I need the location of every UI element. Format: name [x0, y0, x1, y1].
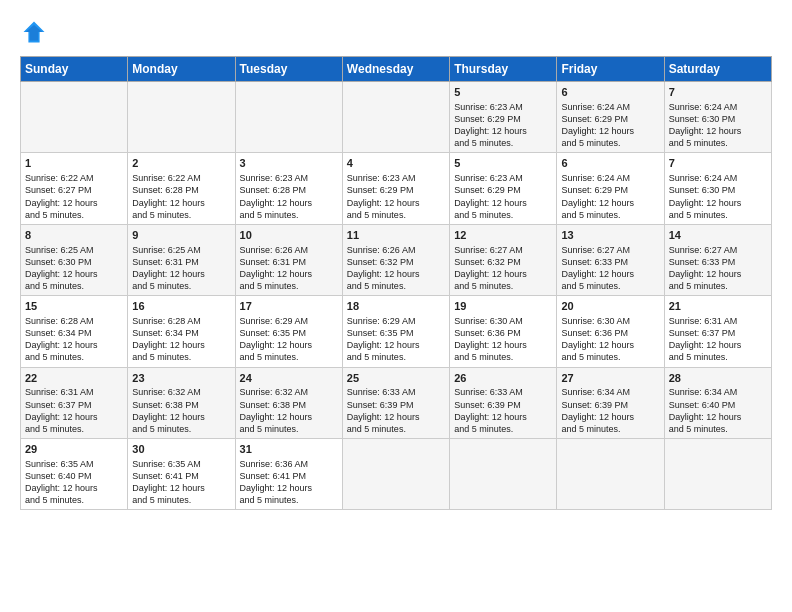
sunset-text: Sunset: 6:35 PM [347, 328, 414, 338]
sunrise-text: Sunrise: 6:23 AM [454, 173, 523, 183]
sunset-text: Sunset: 6:35 PM [240, 328, 307, 338]
sunset-text: Sunset: 6:32 PM [454, 257, 521, 267]
daylight-text: Daylight: 12 hoursand 5 minutes. [25, 412, 98, 434]
calendar-cell: 15Sunrise: 6:28 AMSunset: 6:34 PMDayligh… [21, 296, 128, 367]
daylight-text: Daylight: 12 hoursand 5 minutes. [669, 198, 742, 220]
sunset-text: Sunset: 6:30 PM [669, 114, 736, 124]
daylight-text: Daylight: 12 hoursand 5 minutes. [454, 126, 527, 148]
sunset-text: Sunset: 6:39 PM [454, 400, 521, 410]
sunrise-text: Sunrise: 6:30 AM [561, 316, 630, 326]
sunset-text: Sunset: 6:38 PM [132, 400, 199, 410]
sunrise-text: Sunrise: 6:35 AM [132, 459, 201, 469]
day-number: 5 [454, 85, 552, 100]
day-number: 21 [669, 299, 767, 314]
sunrise-text: Sunrise: 6:23 AM [454, 102, 523, 112]
calendar-cell: 22Sunrise: 6:31 AMSunset: 6:37 PMDayligh… [21, 367, 128, 438]
calendar-cell [342, 82, 449, 153]
sunset-text: Sunset: 6:29 PM [454, 185, 521, 195]
daylight-text: Daylight: 12 hoursand 5 minutes. [347, 198, 420, 220]
page: SundayMondayTuesdayWednesdayThursdayFrid… [0, 0, 792, 612]
calendar-cell [128, 82, 235, 153]
daylight-text: Daylight: 12 hoursand 5 minutes. [240, 483, 313, 505]
sunrise-text: Sunrise: 6:24 AM [669, 102, 738, 112]
header-cell-sunday: Sunday [21, 57, 128, 82]
sunrise-text: Sunrise: 6:32 AM [240, 387, 309, 397]
week-row-2: 8Sunrise: 6:25 AMSunset: 6:30 PMDaylight… [21, 224, 772, 295]
sunrise-text: Sunrise: 6:25 AM [25, 245, 94, 255]
sunrise-text: Sunrise: 6:22 AM [132, 173, 201, 183]
calendar-cell: 10Sunrise: 6:26 AMSunset: 6:31 PMDayligh… [235, 224, 342, 295]
daylight-text: Daylight: 12 hoursand 5 minutes. [561, 412, 634, 434]
sunset-text: Sunset: 6:30 PM [25, 257, 92, 267]
sunrise-text: Sunrise: 6:27 AM [454, 245, 523, 255]
day-number: 3 [240, 156, 338, 171]
sunset-text: Sunset: 6:29 PM [561, 114, 628, 124]
sunset-text: Sunset: 6:39 PM [561, 400, 628, 410]
daylight-text: Daylight: 12 hoursand 5 minutes. [132, 269, 205, 291]
calendar-cell [21, 82, 128, 153]
calendar-cell: 25Sunrise: 6:33 AMSunset: 6:39 PMDayligh… [342, 367, 449, 438]
daylight-text: Daylight: 12 hoursand 5 minutes. [454, 412, 527, 434]
daylight-text: Daylight: 12 hoursand 5 minutes. [561, 198, 634, 220]
week-row-5: 29Sunrise: 6:35 AMSunset: 6:40 PMDayligh… [21, 439, 772, 510]
daylight-text: Daylight: 12 hoursand 5 minutes. [669, 340, 742, 362]
calendar-cell: 29Sunrise: 6:35 AMSunset: 6:40 PMDayligh… [21, 439, 128, 510]
day-number: 31 [240, 442, 338, 457]
day-number: 1 [25, 156, 123, 171]
calendar-cell: 18Sunrise: 6:29 AMSunset: 6:35 PMDayligh… [342, 296, 449, 367]
calendar-cell [664, 439, 771, 510]
day-number: 16 [132, 299, 230, 314]
sunset-text: Sunset: 6:36 PM [561, 328, 628, 338]
header-cell-wednesday: Wednesday [342, 57, 449, 82]
calendar-cell: 2Sunrise: 6:22 AMSunset: 6:28 PMDaylight… [128, 153, 235, 224]
sunrise-text: Sunrise: 6:23 AM [240, 173, 309, 183]
week-row-3: 15Sunrise: 6:28 AMSunset: 6:34 PMDayligh… [21, 296, 772, 367]
logo [20, 18, 52, 46]
day-number: 6 [561, 156, 659, 171]
day-number: 7 [669, 156, 767, 171]
calendar-cell: 7Sunrise: 6:24 AMSunset: 6:30 PMDaylight… [664, 153, 771, 224]
sunset-text: Sunset: 6:31 PM [132, 257, 199, 267]
day-number: 20 [561, 299, 659, 314]
daylight-text: Daylight: 12 hoursand 5 minutes. [561, 126, 634, 148]
day-number: 17 [240, 299, 338, 314]
sunrise-text: Sunrise: 6:33 AM [454, 387, 523, 397]
sunset-text: Sunset: 6:41 PM [240, 471, 307, 481]
sunset-text: Sunset: 6:28 PM [240, 185, 307, 195]
sunrise-text: Sunrise: 6:22 AM [25, 173, 94, 183]
calendar-cell: 21Sunrise: 6:31 AMSunset: 6:37 PMDayligh… [664, 296, 771, 367]
day-number: 25 [347, 371, 445, 386]
day-number: 12 [454, 228, 552, 243]
week-row-1: 1Sunrise: 6:22 AMSunset: 6:27 PMDaylight… [21, 153, 772, 224]
calendar-cell: 12Sunrise: 6:27 AMSunset: 6:32 PMDayligh… [450, 224, 557, 295]
calendar-cell: 30Sunrise: 6:35 AMSunset: 6:41 PMDayligh… [128, 439, 235, 510]
calendar-cell: 24Sunrise: 6:32 AMSunset: 6:38 PMDayligh… [235, 367, 342, 438]
calendar-cell: 7Sunrise: 6:24 AMSunset: 6:30 PMDaylight… [664, 82, 771, 153]
sunrise-text: Sunrise: 6:24 AM [561, 102, 630, 112]
header-cell-thursday: Thursday [450, 57, 557, 82]
sunrise-text: Sunrise: 6:31 AM [669, 316, 738, 326]
daylight-text: Daylight: 12 hoursand 5 minutes. [454, 269, 527, 291]
sunset-text: Sunset: 6:40 PM [25, 471, 92, 481]
calendar-cell: 27Sunrise: 6:34 AMSunset: 6:39 PMDayligh… [557, 367, 664, 438]
calendar-cell: 1Sunrise: 6:22 AMSunset: 6:27 PMDaylight… [21, 153, 128, 224]
sunset-text: Sunset: 6:33 PM [669, 257, 736, 267]
day-number: 7 [669, 85, 767, 100]
calendar-cell: 8Sunrise: 6:25 AMSunset: 6:30 PMDaylight… [21, 224, 128, 295]
header-row: SundayMondayTuesdayWednesdayThursdayFrid… [21, 57, 772, 82]
sunset-text: Sunset: 6:34 PM [25, 328, 92, 338]
sunset-text: Sunset: 6:31 PM [240, 257, 307, 267]
sunrise-text: Sunrise: 6:24 AM [561, 173, 630, 183]
daylight-text: Daylight: 12 hoursand 5 minutes. [454, 340, 527, 362]
daylight-text: Daylight: 12 hoursand 5 minutes. [25, 269, 98, 291]
calendar-cell: 17Sunrise: 6:29 AMSunset: 6:35 PMDayligh… [235, 296, 342, 367]
daylight-text: Daylight: 12 hoursand 5 minutes. [347, 340, 420, 362]
sunset-text: Sunset: 6:30 PM [669, 185, 736, 195]
day-number: 27 [561, 371, 659, 386]
calendar-cell: 3Sunrise: 6:23 AMSunset: 6:28 PMDaylight… [235, 153, 342, 224]
day-number: 18 [347, 299, 445, 314]
calendar-cell: 5Sunrise: 6:23 AMSunset: 6:29 PMDaylight… [450, 153, 557, 224]
day-number: 4 [347, 156, 445, 171]
day-number: 6 [561, 85, 659, 100]
sunset-text: Sunset: 6:41 PM [132, 471, 199, 481]
